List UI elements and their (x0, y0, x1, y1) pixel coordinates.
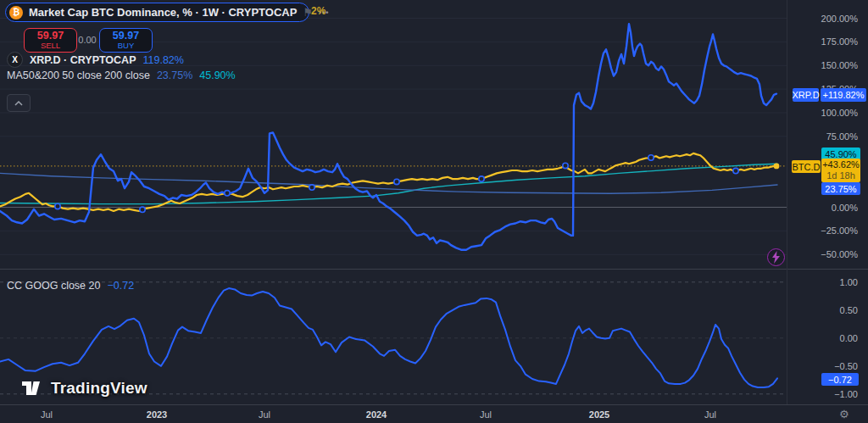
ma-indicator-legend[interactable]: MA50&200 50 close 200 close 23.75% 45.90… (7, 70, 236, 81)
tradingview-chart-window: 200.00%175.00%150.00%125.00%100.00%75.00… (0, 0, 868, 423)
sell-label: SELL (41, 41, 60, 51)
symbol-title: Market Cap BTC Dominance, % · 1W · CRYPT… (29, 6, 297, 19)
correlation-indicator-legend[interactable]: CC GOOG close 20 −0.72 (7, 280, 134, 292)
price-axis-tick: 0.50 (840, 305, 858, 315)
series-marker (309, 185, 314, 190)
tradingview-logo-text: TradingView (51, 379, 147, 398)
price-axis-tick: 175.00% (821, 36, 858, 47)
series-marker (648, 155, 654, 160)
correlation-axis-value: −0.72 (821, 373, 859, 386)
price-axis-tick: 0.00% (832, 203, 858, 213)
price-axis-tick: 75.00% (826, 131, 858, 142)
chevron-up-icon (14, 101, 23, 106)
btc-axis-value: +43.62% 1d 18h (821, 159, 860, 182)
time-axis-label: Jul (259, 409, 270, 420)
clipped-value-badge: 2% (311, 5, 326, 17)
time-axis-label: 2023 (147, 409, 167, 420)
buy-button[interactable]: 59.97 BUY (99, 28, 153, 53)
series-BTC.D[interactable] (0, 153, 776, 211)
collapse-legend-button[interactable] (7, 94, 31, 112)
sell-button[interactable]: 59.97 SELL (24, 28, 77, 53)
time-axis-label: 2024 (366, 409, 387, 420)
tradingview-logo-icon (22, 381, 44, 396)
ma-fast-legend-value: 23.75% (157, 70, 192, 81)
series-marker (394, 179, 399, 184)
compare-symbol-legend[interactable]: X XRP.D · CRYPTOCAP 119.82% (7, 52, 184, 68)
series-marker (733, 168, 738, 173)
price-axis-tick: −50.00% (821, 249, 858, 259)
compare-symbol-value: 119.82% (143, 54, 184, 66)
tradingview-logo[interactable]: TradingView (22, 379, 147, 398)
series-marker (479, 176, 484, 181)
spread-value: 0.00 (76, 35, 98, 45)
series-marker (140, 207, 145, 212)
bar-countdown: 1d 18h (826, 170, 855, 181)
price-axis-tick: −25.00% (821, 225, 858, 236)
ma-slow-legend-value: 45.90% (199, 70, 235, 81)
time-axis-label: Jul (704, 409, 716, 420)
series-marker (225, 191, 230, 196)
price-axis-tick: −1.00 (834, 389, 858, 399)
sell-price: 59.97 (37, 31, 64, 41)
gear-icon[interactable]: ⚙ (839, 408, 849, 420)
ma-fast-axis-value: 23.75% (821, 182, 860, 195)
panel-separator[interactable] (0, 269, 868, 270)
price-axis-tick: 200.00% (821, 14, 858, 24)
price-axis-tick: 100.00% (821, 108, 858, 118)
buy-price: 59.97 (113, 31, 139, 41)
btc-axis-tag: BTC.D (792, 160, 821, 173)
price-axis-tick: 1.00 (840, 277, 858, 287)
series-marker (55, 203, 60, 209)
time-axis[interactable]: ⚙ Jul2023Jul2024Jul2025Jul (0, 405, 868, 423)
price-axis[interactable]: 200.00%175.00%150.00%125.00%100.00%75.00… (787, 0, 868, 404)
price-axis-tick: −0.50 (834, 361, 858, 371)
correlation-indicator-title: CC GOOG close 20 (7, 280, 100, 292)
ma-indicator-title: MA50&200 50 close 200 close (7, 70, 150, 81)
time-axis-label: Jul (41, 409, 53, 420)
symbol-pill[interactable]: ₿ Market Cap BTC Dominance, % · 1W · CRY… (5, 3, 309, 22)
price-axis-tick: 0.00 (840, 333, 858, 343)
price-axis-tick: 150.00% (821, 60, 858, 70)
series-marker (563, 163, 568, 168)
xrp-axis-tag: XRP.D (793, 88, 819, 102)
time-axis-label: 2025 (589, 409, 609, 420)
buy-label: BUY (118, 41, 135, 51)
xrp-axis-value: +119.82% (821, 88, 866, 102)
lightning-icon (771, 251, 781, 264)
correlation-legend-value: −0.72 (107, 280, 134, 292)
time-axis-label: Jul (480, 409, 492, 420)
xrp-icon: X (7, 52, 23, 68)
btc-last-price-dot (774, 164, 780, 170)
boost-button[interactable] (767, 248, 785, 266)
btc-change-value: +43.62% (822, 159, 860, 170)
compare-symbol-name: XRP.D · CRYPTOCAP (30, 54, 136, 66)
bitcoin-icon: ₿ (9, 6, 23, 19)
